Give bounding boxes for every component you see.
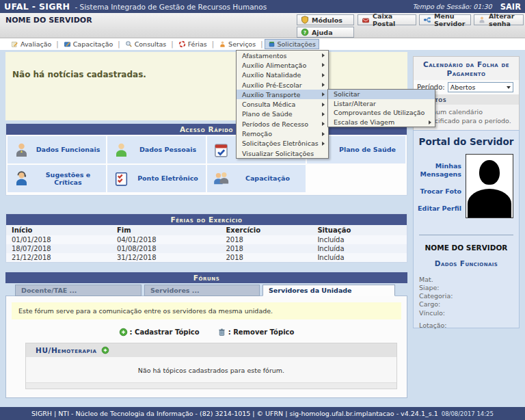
submenu-arrow-icon — [322, 132, 325, 136]
quick-access-panel: Acesso Rápido Dados Funcionais Dados Pes… — [5, 123, 407, 196]
note-pencil-icon — [11, 40, 18, 48]
footer-text: SIGRH | NTI - Núcleo de Tecnologia da In… — [31, 410, 438, 417]
menu-item-avaliacao[interactable]: Avaliação — [8, 40, 54, 49]
field-categoria: Categoria: — [419, 292, 519, 300]
portal-title: Portal do Servidor — [414, 136, 519, 147]
legend-add-topic: : Cadastrar Tópico — [119, 328, 200, 337]
submenu-arrow-icon — [429, 120, 431, 124]
dropdown-item-consulta-medica[interactable]: Consulta Médica — [237, 99, 328, 109]
dropdown-item-auxilio-natalidade[interactable]: Auxílio Natalidade — [237, 70, 328, 80]
ferias-table-row: 01/01/2018 04/01/2018 2018 Incluída — [6, 235, 407, 244]
forum-legend: : Cadastrar Tópico : Remover Tópico — [6, 328, 407, 337]
main-menu-bar: Avaliação Capacitação Consultas Férias S… — [0, 38, 525, 50]
menu-item-servicos[interactable]: Serviços — [216, 40, 258, 49]
submenu-arrow-icon — [322, 112, 325, 116]
two-people-icon — [213, 170, 230, 187]
dropdown-item-afastamentos[interactable]: Afastamentos — [237, 51, 328, 60]
checklist-icon — [113, 170, 130, 187]
mailbox-button[interactable]: Caixa Postal — [358, 14, 416, 25]
link-editar-perfil[interactable]: Editar Perfil — [414, 205, 461, 213]
svg-text:?: ? — [304, 30, 306, 36]
add-topic-icon[interactable] — [101, 346, 109, 354]
portal-divider — [419, 235, 513, 235]
mailbox-icon — [362, 16, 370, 24]
modules-button[interactable]: Módulos — [297, 14, 354, 25]
submenu-arrow-icon — [322, 103, 325, 107]
dropdown-item-auxilio-transporte[interactable]: Auxílio Transporte — [237, 90, 328, 99]
field-lotacao: Lotação: — [419, 321, 519, 330]
session-timer: Tempo de Sessão: 01:30 — [413, 3, 492, 10]
submenu-item-listar-alterar[interactable]: Listar/Alterar — [328, 99, 435, 109]
submenu-item-comprovantes[interactable]: Comprovantes de Utilização — [328, 108, 435, 118]
dropdown-item-auxilio-pre-escolar[interactable]: Auxílio Pré-Escolar — [237, 80, 328, 90]
person-orange-icon — [219, 40, 226, 48]
link-trocar-foto[interactable]: Trocar Foto — [414, 187, 461, 196]
quick-access-dados-funcionais[interactable]: Dados Funcionais — [8, 136, 106, 163]
logout-link[interactable]: SAIR — [500, 2, 521, 12]
dropdown-item-visualizar-solicitacoes[interactable]: Visualizar Solicitações — [237, 148, 328, 158]
app-brand: UFAL - SIGRH — [4, 1, 70, 12]
portal-server-name: NOME DO SERVIDOR — [414, 244, 519, 252]
menu-item-ferias[interactable]: Férias — [176, 40, 210, 49]
quick-access-dados-pessoais[interactable]: Dados Pessoais — [107, 136, 206, 163]
sigrh-home-screen: { "topbar": { "brand": "UFAL - SIGRH", "… — [0, 0, 525, 420]
dropdown-item-periodos-de-recesso[interactable]: Períodos de Recesso — [237, 119, 328, 129]
quick-access-capacitacao[interactable]: Capacitação — [207, 165, 306, 192]
menu-item-consultas[interactable]: Consultas — [122, 40, 170, 49]
forum-tabs: Docente/TAE ... Servidores ... Servidore… — [15, 285, 407, 296]
submenu-item-escalas-de-viagem[interactable]: Escalas de Viagem — [328, 118, 435, 127]
forum-section-bar: HU/Hemoterapia — [26, 343, 396, 357]
footer-bar: SIGRH | NTI - Núcleo de Tecnologia da In… — [0, 407, 525, 420]
quick-access-empty-cell — [307, 165, 405, 192]
solicitacoes-dropdown: Afastamentos Auxílio Alimentação Auxílio… — [236, 50, 329, 159]
menu-separator — [212, 40, 214, 48]
submenu-arrow-icon — [322, 92, 325, 96]
ferias-panel: Férias do Exercício Início Fim Exercício… — [5, 213, 407, 263]
portal-fields: Mat. Siape: Categoria: Cargo: Vínculo: L… — [419, 276, 519, 330]
menu-item-solicitacoes[interactable]: Solicitações — [265, 40, 319, 49]
field-cargo: Cargo: — [419, 300, 519, 309]
ferias-header: Férias do Exercício — [6, 214, 407, 225]
menu-item-capacitacao[interactable]: Capacitação — [61, 40, 116, 49]
help-button[interactable]: ? Ajuda — [297, 27, 354, 38]
submenu-arrow-icon — [322, 122, 325, 126]
quick-access-ponto-eletronico[interactable]: Ponto Eletrônico — [107, 165, 206, 192]
link-minhas-mensagens[interactable]: Minhas Mensagens — [414, 162, 461, 179]
dropdown-item-remocao[interactable]: Remoção — [237, 129, 328, 138]
tab-servidores[interactable]: Servidores ... — [144, 285, 260, 296]
quick-access-sugestoes-criticas[interactable]: Sugestões e Críticas — [8, 165, 106, 192]
forum-topic-box: HU/Hemoterapia Não há tópicos cadastrado… — [25, 343, 397, 389]
lifebuoy-icon — [178, 40, 186, 48]
ferias-table-header: Início Fim Exercício Situação — [6, 225, 407, 235]
portal-section-title: Dados Funcionais — [414, 259, 519, 267]
calendar-check-icon — [213, 142, 230, 159]
calendar-title: Calendário da Folha de Pagamento — [414, 57, 519, 80]
submenu-item-solicitar[interactable]: Solicitar — [328, 90, 435, 99]
tab-docente-tae[interactable]: Docente/TAE ... — [15, 285, 142, 296]
change-password-button[interactable]: Alterar senha — [474, 14, 524, 25]
network-icon — [423, 16, 431, 24]
person-headset-icon — [13, 170, 30, 187]
forum-empty-message: Não há tópicos cadastrados para este fór… — [26, 357, 396, 382]
person-green-icon — [113, 142, 130, 159]
dropdown-item-auxilio-alimentacao[interactable]: Auxílio Alimentação — [237, 60, 328, 70]
ferias-table-row: 18/07/2018 01/08/2018 2018 Incluída — [6, 244, 407, 253]
tab-servidores-da-unidade[interactable]: Servidores da Unidade — [262, 285, 395, 296]
help-icon: ? — [301, 28, 309, 36]
submenu-arrow-icon — [322, 73, 325, 77]
dropdown-item-solicitacoes-eletronicas[interactable]: Solicitações Eletrônicas — [237, 139, 328, 148]
submenu-arrow-icon — [322, 53, 325, 57]
menu-separator — [118, 40, 120, 48]
foruns-panel: Fóruns Docente/TAE ... Servidores ... Se… — [5, 272, 407, 398]
menu-separator — [56, 40, 58, 48]
period-select[interactable]: Abertos — [448, 82, 513, 92]
forum-topic-footer — [26, 382, 396, 389]
trash-icon — [217, 328, 226, 337]
user-bar: NOME DO SERVIDOR Módulos Caixa Postal Me… — [0, 13, 525, 38]
footer-datetime: 08/08/2017 14:25 — [442, 410, 494, 417]
dropdown-item-plano-de-saude[interactable]: Plano de Saúde — [237, 109, 328, 119]
shield-icon — [301, 16, 309, 24]
server-menu-button[interactable]: Menu Servidor — [419, 14, 471, 25]
profile-photo-silhouette — [466, 154, 513, 218]
ferias-table-row: 21/12/2018 31/12/2018 2018 Incluída — [6, 253, 407, 262]
